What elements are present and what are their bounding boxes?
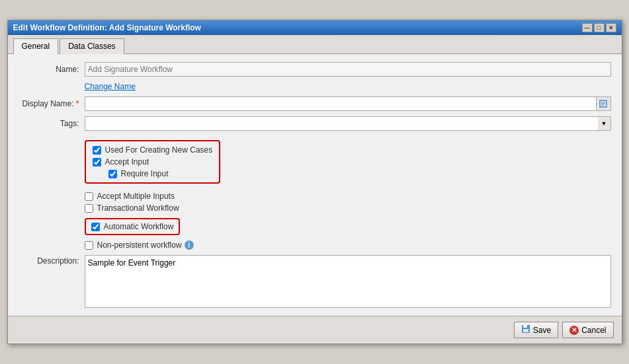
svg-rect-6 [523, 329, 528, 332]
cancel-button[interactable]: ✕ Cancel [562, 322, 613, 338]
dialog-footer: Save ✕ Cancel [8, 316, 622, 344]
name-row: Name: [19, 62, 611, 77]
change-name-link[interactable]: Change Name [85, 82, 611, 91]
require-input-row: Require Input [108, 169, 213, 178]
used-for-creating-row: Used For Creating New Cases [93, 145, 213, 155]
tags-label: Tags: [19, 119, 85, 128]
non-persistent-checkbox[interactable] [85, 241, 93, 250]
display-name-wrapper: Add Signature Workflow [85, 96, 611, 111]
accept-input-checkbox[interactable] [93, 158, 101, 166]
non-persistent-label: Non-persistent workflow [97, 240, 182, 250]
save-label: Save [533, 326, 551, 335]
transactional-label: Transactional Workflow [97, 203, 179, 213]
cancel-icon: ✕ [569, 326, 579, 335]
display-name-icon[interactable] [597, 96, 611, 111]
description-row: Description: Sample for Event Trigger [19, 255, 611, 308]
transactional-row: Transactional Workflow [85, 203, 611, 213]
display-name-label: Display Name: [19, 99, 85, 108]
svg-rect-5 [523, 325, 527, 328]
name-input[interactable] [85, 62, 611, 77]
accept-multiple-label: Accept Multiple Inputs [97, 192, 175, 201]
automatic-workflow-label: Automatic Workflow [104, 222, 174, 231]
tab-general[interactable]: General [13, 38, 59, 54]
title-bar-controls: — □ ✕ [582, 23, 616, 32]
tags-row: Tags: ▼ [19, 116, 611, 131]
title-bar: Edit Workflow Definition: Add Signature … [8, 20, 622, 35]
description-textarea[interactable]: Sample for Event Trigger [85, 255, 611, 308]
require-input-label: Require Input [121, 169, 169, 178]
save-icon [521, 324, 530, 336]
used-for-creating-checkbox[interactable] [93, 146, 101, 155]
highlighted-checkboxes: Used For Creating New Cases Accept Input… [85, 140, 221, 184]
display-name-input[interactable]: Add Signature Workflow [85, 96, 597, 111]
non-persistent-row: Non-persistent workflow i [85, 240, 611, 250]
accept-input-label: Accept Input [105, 157, 149, 166]
save-button[interactable]: Save [514, 322, 558, 338]
info-icon[interactable]: i [185, 240, 194, 250]
auto-workflow-wrapper: Automatic Workflow [19, 215, 611, 238]
tags-select[interactable] [85, 116, 611, 131]
require-input-checkbox[interactable] [108, 170, 117, 178]
close-button[interactable]: ✕ [606, 23, 616, 32]
name-label: Name: [19, 65, 85, 74]
minimize-button[interactable]: — [582, 23, 593, 32]
transactional-checkbox[interactable] [85, 204, 93, 213]
form-area: Name: Change Name Display Name: Add Sign… [8, 54, 622, 316]
tab-data-classes[interactable]: Data Classes [60, 38, 124, 54]
accept-multiple-checkbox[interactable] [85, 192, 93, 201]
restore-button[interactable]: □ [594, 23, 605, 32]
display-name-row: Display Name: Add Signature Workflow [19, 96, 611, 111]
automatic-workflow-checkbox[interactable] [91, 223, 100, 231]
auto-workflow-section: Automatic Workflow [85, 218, 181, 235]
dialog-title: Edit Workflow Definition: Add Signature … [13, 23, 201, 32]
tags-select-wrapper: ▼ [85, 116, 611, 131]
used-for-creating-label: Used For Creating New Cases [105, 145, 213, 155]
tabs-bar: General Data Classes [8, 35, 622, 54]
accept-multiple-row: Accept Multiple Inputs [85, 192, 611, 201]
edit-workflow-dialog: Edit Workflow Definition: Add Signature … [7, 20, 622, 344]
accept-input-row: Accept Input [93, 157, 213, 166]
cancel-label: Cancel [581, 326, 606, 335]
dialog-content: General Data Classes Name: Change Name D… [8, 35, 622, 316]
highlighted-checkboxes-wrapper: Used For Creating New Cases Accept Input… [19, 136, 611, 188]
description-label: Description: [19, 255, 85, 266]
